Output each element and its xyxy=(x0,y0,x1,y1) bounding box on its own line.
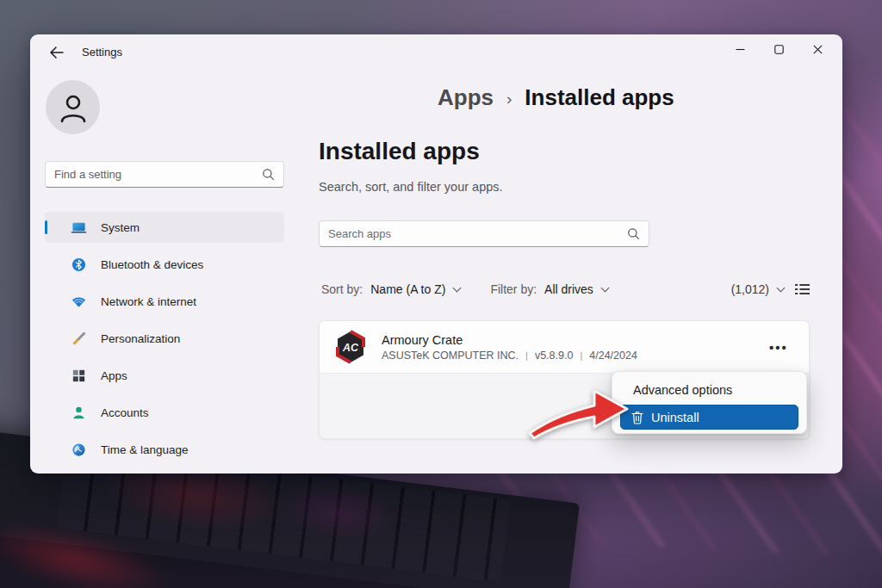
sidebar-nav: System Bluetooth & devices Network & int… xyxy=(45,212,284,471)
meta-separator: | xyxy=(580,350,582,361)
sidebar-item-accounts[interactable]: Accounts xyxy=(45,397,284,428)
close-button[interactable] xyxy=(798,34,837,64)
system-icon xyxy=(71,220,87,236)
app-row-armoury-crate[interactable]: AC Armoury Crate ASUSTeK COMPUTER INC. |… xyxy=(320,321,809,374)
app-publisher: ASUSTeK COMPUTER INC. xyxy=(382,350,519,362)
minimize-button[interactable] xyxy=(721,34,760,64)
search-icon xyxy=(262,168,275,181)
breadcrumb-separator-icon: › xyxy=(506,88,512,108)
app-date: 4/24/2024 xyxy=(589,350,637,362)
breadcrumb-apps[interactable]: Apps xyxy=(438,84,494,111)
minimize-icon xyxy=(736,45,745,54)
svg-text:AC: AC xyxy=(342,342,359,354)
search-apps-input[interactable] xyxy=(328,227,627,240)
sidebar-item-system[interactable]: System xyxy=(45,212,284,243)
sidebar-item-personalization[interactable]: Personalization xyxy=(45,323,284,354)
sidebar-item-bluetooth-devices[interactable]: Bluetooth & devices xyxy=(45,249,284,280)
sidebar-item-label: Time & language xyxy=(101,443,189,456)
maximize-button[interactable] xyxy=(760,34,798,64)
paintbrush-icon xyxy=(71,331,87,347)
chevron-down-icon[interactable] xyxy=(601,284,609,292)
find-setting-input[interactable] xyxy=(54,168,262,181)
maximize-icon xyxy=(774,45,784,54)
page-title: Installed apps xyxy=(319,138,480,165)
app-count: (1,012) xyxy=(731,282,769,296)
sort-by-value[interactable]: Name (A to Z) xyxy=(370,282,445,296)
window-controls xyxy=(721,34,837,64)
filter-by-label: Filter by: xyxy=(490,282,537,296)
trash-icon xyxy=(631,411,643,424)
app-name: Armoury Crate xyxy=(382,333,637,347)
bluetooth-icon xyxy=(71,257,87,273)
person-icon xyxy=(59,92,88,123)
time-language-globe-icon xyxy=(71,442,87,458)
wifi-icon xyxy=(71,294,87,310)
breadcrumb-installed-apps: Installed apps xyxy=(525,84,674,111)
apps-grid-icon xyxy=(71,368,87,384)
page-subtitle: Search, sort, and filter your apps. xyxy=(319,180,503,194)
filter-by-value[interactable]: All drives xyxy=(544,282,593,296)
breadcrumb: Apps › Installed apps xyxy=(438,84,674,111)
chevron-down-icon[interactable] xyxy=(777,284,785,292)
sidebar-item-label: Apps xyxy=(101,369,127,382)
app-version: v5.8.9.0 xyxy=(535,350,573,362)
sidebar-item-label: Network & internet xyxy=(101,295,196,308)
sidebar-item-network-internet[interactable]: Network & internet xyxy=(45,286,284,317)
user-avatar[interactable] xyxy=(46,80,100,134)
app-meta: ASUSTeK COMPUTER INC. | v5.8.9.0 | 4/24/… xyxy=(382,350,637,362)
back-arrow-icon xyxy=(49,46,64,59)
sidebar-item-label: Bluetooth & devices xyxy=(101,258,203,271)
titlebar: Settings xyxy=(30,34,842,71)
sidebar-item-label: Personalization xyxy=(101,332,180,345)
chevron-down-icon[interactable] xyxy=(453,284,461,292)
sidebar-item-time-language[interactable]: Time & language xyxy=(45,434,284,465)
search-icon xyxy=(627,227,640,240)
advanced-options-menu-item[interactable]: Advanced options xyxy=(612,377,806,403)
sidebar-item-label: Accounts xyxy=(101,406,149,419)
search-apps-box[interactable] xyxy=(319,220,649,247)
window-title: Settings xyxy=(82,46,122,59)
app-context-menu: Advanced options Uninstall xyxy=(612,371,807,434)
settings-window: Settings Apps › Installed a xyxy=(30,34,842,473)
list-view-icon[interactable] xyxy=(795,283,810,295)
sidebar-item-label: System xyxy=(101,221,140,234)
app-text-block: Armoury Crate ASUSTeK COMPUTER INC. | v5… xyxy=(382,333,637,362)
close-icon xyxy=(813,45,823,54)
screen: Settings Apps › Installed a xyxy=(0,0,882,588)
uninstall-menu-item[interactable]: Uninstall xyxy=(620,405,798,430)
accounts-person-icon xyxy=(71,405,87,421)
meta-separator: | xyxy=(525,350,528,361)
find-setting-searchbox[interactable] xyxy=(45,161,284,188)
back-button[interactable] xyxy=(42,40,70,65)
armoury-crate-app-icon: AC xyxy=(333,330,368,364)
sort-by-label: Sort by: xyxy=(321,282,363,296)
more-options-button[interactable]: ••• xyxy=(764,336,793,358)
uninstall-label: Uninstall xyxy=(651,411,699,424)
sidebar-item-apps[interactable]: Apps xyxy=(45,360,284,391)
sort-filter-bar: Sort by: Name (A to Z) Filter by: All dr… xyxy=(321,282,810,296)
